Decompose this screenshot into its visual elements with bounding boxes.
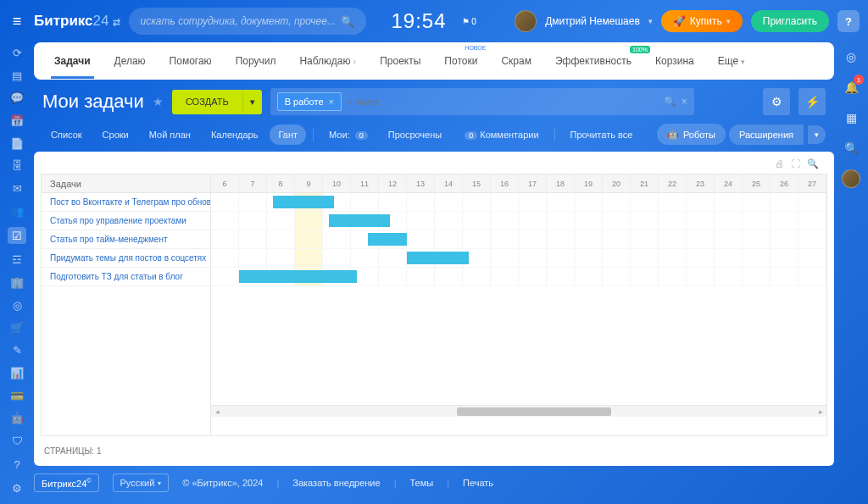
tab-tasks[interactable]: Задачи <box>51 43 94 79</box>
view-deadlines[interactable]: Сроки <box>94 125 137 145</box>
search-input[interactable] <box>141 15 341 27</box>
tab-assigned[interactable]: Поручил <box>232 43 280 79</box>
buy-button[interactable]: 🚀Купить▾ <box>661 10 743 32</box>
bolt-button[interactable]: ⚡ <box>798 88 826 115</box>
footer-link-print[interactable]: Печать <box>463 478 493 488</box>
read-all[interactable]: Прочитать все <box>562 125 642 145</box>
rail-chat-icon[interactable]: 💬 <box>9 91 25 105</box>
invite-button[interactable]: Пригласить <box>751 10 829 32</box>
avatar[interactable] <box>515 10 537 32</box>
extensions-button[interactable]: Расширения <box>729 125 804 145</box>
tab-helping[interactable]: Помогаю <box>166 43 215 79</box>
close-icon[interactable]: × <box>329 97 334 107</box>
rail-activity-icon[interactable]: ⟳ <box>9 46 25 60</box>
search-icon[interactable]: 🔍 <box>664 96 676 108</box>
scroll-thumb[interactable] <box>457 407 611 416</box>
chevron-right-icon: › <box>353 57 356 66</box>
rail-mail-icon[interactable]: ✉ <box>9 181 25 196</box>
rail-tasks-icon[interactable]: ☑ <box>8 227 26 245</box>
filter-tag-in-work[interactable]: В работе× <box>277 92 342 111</box>
rail-cart-icon[interactable]: 🛒 <box>9 321 25 335</box>
day-header: 22 <box>659 174 687 192</box>
rail-docs-icon[interactable]: 📄 <box>9 136 25 151</box>
flag-counter[interactable]: ⚑ 0 <box>462 17 476 26</box>
chevron-down-icon[interactable]: ▾ <box>648 17 653 25</box>
fullscreen-icon[interactable]: ⛶ <box>791 158 800 174</box>
task-row[interactable]: Подготовить ТЗ для статьи в блог <box>42 268 210 286</box>
filter-input[interactable] <box>347 97 659 107</box>
close-icon[interactable]: × <box>682 96 687 108</box>
tab-label: Наблюдаю <box>299 55 350 67</box>
gantt-bar[interactable] <box>368 233 407 246</box>
rail-company-icon[interactable]: 🏢 <box>9 275 25 290</box>
search-icon[interactable]: 🔍 <box>341 15 354 28</box>
help-button[interactable]: ? <box>837 10 860 32</box>
rail-bot-icon[interactable]: 🤖 <box>9 412 25 426</box>
gantt-bar[interactable] <box>329 214 391 227</box>
tab-efficiency[interactable]: Эффективность100% <box>552 43 635 79</box>
task-row[interactable]: Статья про тайм-менеджмент <box>42 230 210 249</box>
tab-scrum[interactable]: Скрам <box>498 43 535 79</box>
tab-trash[interactable]: Корзина <box>652 43 698 79</box>
rail-settings-icon[interactable]: ⚙ <box>9 480 25 496</box>
footer-logo[interactable]: Битрикс24© <box>34 474 99 493</box>
gantt-bar[interactable] <box>239 270 357 283</box>
footer-link-themes[interactable]: Темы <box>410 478 434 488</box>
rail-sign-icon[interactable]: ✎ <box>9 343 25 357</box>
search-icon[interactable]: 🔍 <box>807 158 819 174</box>
tab-flows[interactable]: Потокиновое <box>441 43 481 79</box>
print-icon[interactable]: 🖨 <box>775 158 784 174</box>
filter-label: Комментарии <box>480 130 538 140</box>
tab-projects[interactable]: Проекты <box>376 43 424 79</box>
view-gantt[interactable]: Гант <box>270 125 306 145</box>
view-list[interactable]: Список <box>42 125 91 145</box>
rail-drive-icon[interactable]: 🗄 <box>9 159 25 174</box>
gantt-bar[interactable] <box>273 196 335 208</box>
create-dropdown[interactable]: ▾ <box>242 90 262 114</box>
day-header: 27 <box>798 174 826 192</box>
create-button[interactable]: СОЗДАТЬ <box>172 90 242 114</box>
rail-card-icon[interactable]: 💳 <box>9 389 25 403</box>
rail-shield-icon[interactable]: 🛡 <box>9 434 25 448</box>
tab-more[interactable]: Еще ▾ <box>715 43 749 79</box>
rail-filter-icon[interactable]: ☲ <box>9 252 25 267</box>
gantt-bar[interactable] <box>407 252 469 264</box>
contact-avatar[interactable] <box>842 169 860 188</box>
rail-feed-icon[interactable]: ▤ <box>9 69 25 83</box>
rail-calendar-icon[interactable]: 📅 <box>9 114 25 128</box>
task-row[interactable]: Придумать темы для постов в соцсетях <box>42 249 210 268</box>
star-icon[interactable]: ★ <box>153 95 164 108</box>
filter-comments[interactable]: 0 Комментарии <box>453 125 547 145</box>
gantt-scrollbar[interactable]: ◂ ▸ <box>211 405 826 417</box>
robots-button[interactable]: 🤖Роботы <box>657 124 726 145</box>
rail-people-icon[interactable]: 👥 <box>9 204 25 219</box>
filter-overdue[interactable]: Просрочены <box>380 125 450 145</box>
search-icon[interactable]: 🔍 <box>842 139 860 158</box>
settings-button[interactable]: ⚙ <box>763 88 790 115</box>
global-search[interactable]: 🔍 <box>129 8 366 35</box>
scroll-left-icon[interactable]: ◂ <box>211 407 223 416</box>
apps-icon[interactable]: ▦ <box>842 108 860 127</box>
scroll-right-icon[interactable]: ▸ <box>815 407 826 416</box>
filter-box[interactable]: В работе× 🔍 × <box>270 88 694 115</box>
lang-selector[interactable]: Русский▾ <box>113 474 170 492</box>
target-icon[interactable]: ◎ <box>842 47 860 66</box>
rail-stats-icon[interactable]: 📊 <box>9 366 25 380</box>
rail-target-icon[interactable]: ◎ <box>9 298 25 313</box>
menu-button[interactable]: ≡ <box>8 13 25 30</box>
filter-mine[interactable]: Мои: 0 <box>320 125 376 145</box>
logo[interactable]: Битрикс24⇄ <box>34 13 120 30</box>
rail-help-icon[interactable]: ? <box>9 457 25 472</box>
day-header: 20 <box>603 174 631 192</box>
extensions-dropdown[interactable]: ▾ <box>808 125 826 144</box>
user-name[interactable]: Дмитрий Немешаев <box>545 15 640 27</box>
task-row[interactable]: Статья про управление проектами <box>42 212 210 230</box>
footer-link-implement[interactable]: Заказать внедрение <box>292 478 380 488</box>
view-calendar[interactable]: Календарь <box>203 125 267 145</box>
tab-watching[interactable]: Наблюдаю › <box>296 43 359 79</box>
tab-label: Эффективность <box>555 55 632 67</box>
bell-icon[interactable]: 🔔1 <box>842 78 860 97</box>
task-row[interactable]: Пост во Вконтакте и Телеграм про обновле… <box>42 193 210 212</box>
view-myplan[interactable]: Мой план <box>141 125 199 145</box>
tab-doing[interactable]: Делаю <box>111 43 149 79</box>
